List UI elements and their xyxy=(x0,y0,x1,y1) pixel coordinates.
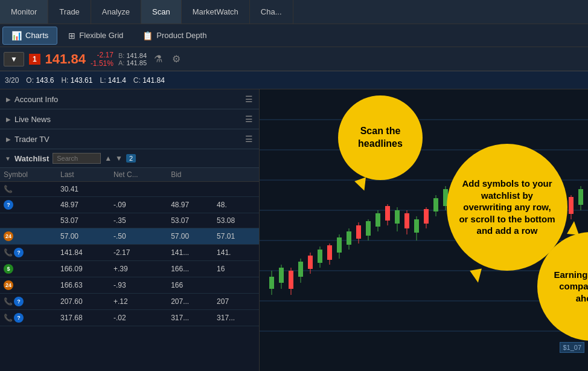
svg-rect-47 xyxy=(453,186,458,202)
svg-rect-17 xyxy=(308,256,313,269)
svg-rect-71 xyxy=(569,197,574,214)
table-row[interactable]: 24 57.00 -.50 57.00 57.01 xyxy=(0,228,259,245)
table-row[interactable]: ? 48.97 -.09 48.97 48. xyxy=(0,197,259,213)
scroll-up-icon[interactable]: ▲ xyxy=(104,154,112,163)
watchlist-search-input[interactable] xyxy=(53,153,101,164)
row-bid: 207... xyxy=(167,294,213,310)
row-symbol: $ xyxy=(0,261,57,277)
question-icon: ? xyxy=(14,248,24,257)
price-change: -2.17 -1.51% xyxy=(91,51,113,68)
row-last: 53.07 xyxy=(57,213,110,228)
table-row[interactable]: 📞 ? 141.84 -2.17 141... 141. xyxy=(0,245,259,261)
svg-rect-13 xyxy=(289,271,293,289)
row-symbol xyxy=(0,213,57,228)
open-label: O: 143.6 xyxy=(26,76,54,85)
nav-scan[interactable]: Scan xyxy=(141,0,182,24)
row-ask xyxy=(213,277,259,294)
nav-marketwatch[interactable]: MarketWatch xyxy=(182,0,250,24)
table-row[interactable]: 📞 30.41 xyxy=(0,182,259,197)
row-bid: 48.97 xyxy=(167,197,213,213)
svg-rect-23 xyxy=(337,237,342,253)
chevron-down-icon-watchlist: ▼ xyxy=(5,155,11,162)
table-row[interactable]: $ 166.09 +.39 166... 16 xyxy=(0,261,259,277)
row-ask: 16 xyxy=(213,261,259,277)
price-change-pct: -1.51% xyxy=(91,59,113,68)
row-net: -2.17 xyxy=(110,245,167,261)
gear-icon[interactable]: ⚙ xyxy=(170,51,183,67)
row-last: 48.97 xyxy=(57,197,110,213)
charts-button[interactable]: 📊 Charts xyxy=(2,27,57,45)
table-row[interactable]: 📞 ? 207.60 +.12 207... 207 xyxy=(0,294,259,310)
table-row[interactable]: 53.07 -.35 53.07 53.08 xyxy=(0,213,259,228)
badge-24-icon: 24 xyxy=(4,280,13,290)
menu-icon-tv[interactable]: ☰ xyxy=(245,134,253,144)
svg-rect-51 xyxy=(472,180,477,196)
bid-ask-display: B: 141.84 A: 141.85 xyxy=(118,52,147,66)
live-news-header[interactable]: ▶ Live News ☰ xyxy=(0,109,259,129)
row-net: +.12 xyxy=(110,294,167,310)
live-news-section: ▶ Live News ☰ xyxy=(0,109,259,129)
nav-analyze[interactable]: Analyze xyxy=(91,0,141,24)
row-bid: 166 xyxy=(167,277,213,294)
table-row[interactable]: 📞 ? 317.68 -.02 317... 317... xyxy=(0,310,259,326)
svg-rect-63 xyxy=(530,180,535,197)
menu-icon-account[interactable]: ☰ xyxy=(245,94,253,104)
svg-rect-15 xyxy=(298,262,303,277)
row-symbol: 📞 ? xyxy=(0,310,57,326)
trader-tv-section: ▶ Trader TV ☰ xyxy=(0,129,259,149)
flask-icon[interactable]: ⚗ xyxy=(152,51,165,67)
trader-tv-label: Trader TV xyxy=(14,135,50,144)
question-icon: ? xyxy=(14,297,24,306)
row-ask: 141. xyxy=(213,245,259,261)
product-depth-button[interactable]: 📋 Product Depth xyxy=(134,27,215,45)
ohlc-date: 3/20 xyxy=(5,76,19,85)
nav-monitor[interactable]: Monitor xyxy=(0,0,48,24)
col-net: Net C... xyxy=(110,168,167,182)
svg-rect-49 xyxy=(462,189,467,204)
row-bid: 166... xyxy=(167,261,213,277)
row-symbol: 📞 ? xyxy=(0,245,57,261)
row-last: 141.84 xyxy=(57,245,110,261)
chevron-right-icon-tv: ▶ xyxy=(6,136,11,143)
flexible-grid-button[interactable]: ⊞ Flexible Grid xyxy=(60,27,132,45)
svg-rect-37 xyxy=(404,213,409,228)
chart-area: Scan the headlines Add symbols to your w… xyxy=(260,89,588,371)
svg-rect-29 xyxy=(366,221,371,236)
svg-rect-61 xyxy=(520,171,525,189)
row-ask: 317... xyxy=(213,310,259,326)
depth-icon: 📋 xyxy=(142,31,153,40)
symbol-dropdown[interactable]: ▼ xyxy=(4,52,24,66)
scroll-down-icon[interactable]: ▼ xyxy=(115,154,123,163)
svg-rect-39 xyxy=(414,219,419,233)
row-last: 166.63 xyxy=(57,277,110,294)
low-label: L: 141.4 xyxy=(100,76,126,85)
row-symbol: ? xyxy=(0,197,57,213)
row-net: -.50 xyxy=(110,228,167,245)
row-ask: 53.08 xyxy=(213,213,259,228)
candlestick-chart xyxy=(260,89,588,371)
menu-icon-news[interactable]: ☰ xyxy=(245,114,253,124)
symbol-badge: 1 xyxy=(29,54,40,65)
svg-rect-35 xyxy=(395,210,400,224)
price-bar: ▼ 1 141.84 -2.17 -1.51% B: 141.84 A: 141… xyxy=(0,47,588,71)
row-last: 166.09 xyxy=(57,261,110,277)
row-bid xyxy=(167,182,213,197)
nav-trade[interactable]: Trade xyxy=(48,0,91,24)
trader-tv-header[interactable]: ▶ Trader TV ☰ xyxy=(0,129,259,149)
table-row[interactable]: 24 166.63 -.93 166 xyxy=(0,277,259,294)
svg-rect-57 xyxy=(501,189,506,205)
bid-label: B: xyxy=(118,52,124,59)
svg-rect-9 xyxy=(269,277,274,289)
main-content: ▶ Account Info ☰ ▶ Live News ☰ ▶ Trade xyxy=(0,89,588,371)
svg-rect-67 xyxy=(549,189,554,206)
watchlist-table-container[interactable]: Symbol Last Net C... Bid 📞 xyxy=(0,168,259,371)
nav-charts-tab[interactable]: Cha... xyxy=(250,0,293,24)
price-corner-label: $1_07 xyxy=(560,342,584,353)
account-info-label: Account Info xyxy=(14,95,58,104)
row-symbol: 📞 xyxy=(0,182,57,197)
account-info-header[interactable]: ▶ Account Info ☰ xyxy=(0,89,259,109)
col-extra xyxy=(213,168,259,182)
live-news-label: Live News xyxy=(14,115,51,124)
toolbar: 📊 Charts ⊞ Flexible Grid 📋 Product Depth xyxy=(0,24,588,47)
row-bid: 57.00 xyxy=(167,228,213,245)
